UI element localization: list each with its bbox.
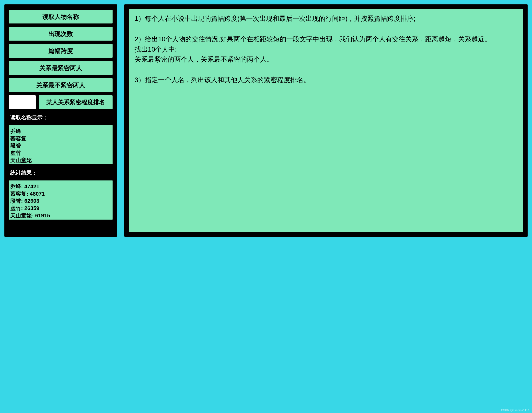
list-item: 慕容复	[9, 135, 111, 142]
read-names-button[interactable]: 读取人物名称	[9, 10, 113, 23]
farthest-pair-button[interactable]: 关系最不紧密两人	[9, 78, 113, 92]
instruction-line: 3）指定一个人名，列出该人和其他人关系的紧密程度排名。	[135, 75, 517, 85]
span-button[interactable]: 篇幅跨度	[9, 44, 113, 58]
names-list-box[interactable]: 乔峰 慕容复 段誉 虚竹 天山童姥 李秋水	[9, 125, 113, 164]
stats-result-box[interactable]: 乔峰: 47421 慕容复: 48071 段誉: 62603 虚竹: 26359…	[9, 180, 113, 220]
list-item: 虚竹	[9, 149, 111, 157]
list-item: 乔峰: 47421	[9, 183, 111, 190]
stats-result-label: 统计结果：	[9, 168, 113, 177]
list-item: 乔峰	[9, 128, 111, 135]
instructions-content: 1）每个人在小说中出现的篇幅跨度(第一次出现和最后一次出现的行间距)，并按照篇幅…	[129, 9, 523, 232]
rank-row: 某人关系紧密程度排名	[9, 95, 113, 109]
instruction-line: 1）每个人在小说中出现的篇幅跨度(第一次出现和最后一次出现的行间距)，并按照篇幅…	[135, 14, 517, 24]
instructions-panel: 1）每个人在小说中出现的篇幅跨度(第一次出现和最后一次出现的行间距)，并按照篇幅…	[124, 4, 528, 237]
instruction-line: 2）给出10个人物的交往情况;如果两个在相距较短的一段文字中出现，我们认为两个人…	[135, 34, 517, 45]
list-item: 慕容复: 48071	[9, 190, 111, 198]
names-display-label: 读取名称显示：	[9, 112, 113, 122]
closest-pair-button[interactable]: 关系最紧密两人	[9, 61, 113, 75]
name-input[interactable]	[9, 95, 36, 109]
list-item: 段誉	[9, 142, 111, 149]
list-item: 虚竹: 26359	[9, 205, 111, 212]
list-item: 段誉: 62603	[9, 197, 111, 205]
list-item: 李秋水: 13028	[9, 219, 111, 220]
list-item: 天山童姥	[9, 157, 111, 164]
list-item: 天山童姥: 61915	[9, 212, 111, 219]
list-item: 李秋水	[9, 164, 111, 164]
rank-button[interactable]: 某人关系紧密程度排名	[39, 95, 113, 109]
control-panel: 读取人物名称 出现次数 篇幅跨度 关系最紧密两人 关系最不紧密两人 某人关系紧密…	[4, 4, 117, 237]
count-button[interactable]: 出现次数	[9, 27, 113, 41]
instruction-line: 关系最紧密的两个人，关系最不紧密的两个人。	[135, 55, 517, 65]
instruction-line: 找出10个人中:	[135, 45, 517, 55]
